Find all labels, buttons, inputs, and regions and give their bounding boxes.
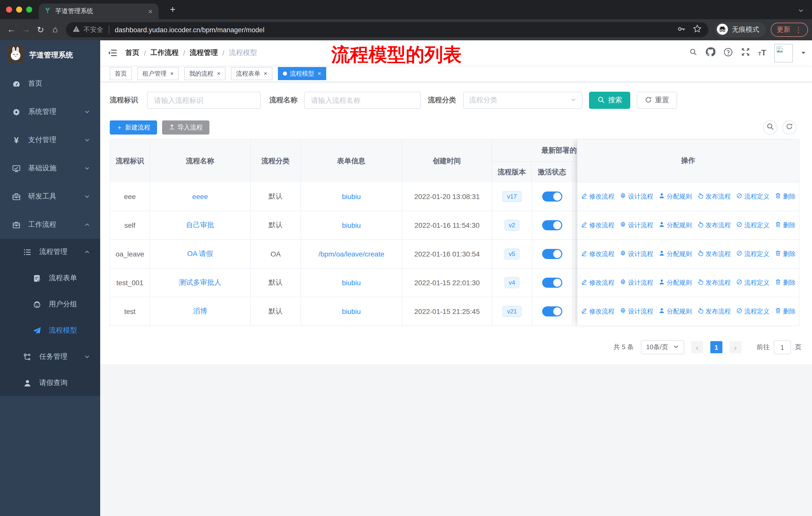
url-text[interactable]: dashboard.yudao.iocoder.cn/bpm/manager/m…	[115, 26, 677, 33]
close-window-button[interactable]	[6, 6, 12, 12]
modify-action[interactable]: 修改流程	[581, 250, 614, 258]
form-info-link[interactable]: biubiu	[342, 279, 361, 287]
tag-process-model[interactable]: 流程模型×	[278, 67, 326, 80]
filter-key-input[interactable]	[147, 92, 261, 109]
tag-home[interactable]: 首页	[110, 67, 132, 80]
sidebar-item-task-mgmt[interactable]: 任务管理	[0, 344, 100, 370]
caret-down-icon[interactable]	[801, 50, 806, 55]
assign-action[interactable]: 分配规则	[658, 221, 692, 229]
active-toggle[interactable]	[542, 220, 562, 230]
form-info-link[interactable]: biubiu	[342, 221, 361, 229]
filter-name-input[interactable]	[304, 92, 421, 109]
modify-action[interactable]: 修改流程	[581, 278, 614, 287]
definition-action[interactable]: 流程定义	[736, 278, 770, 287]
model-name-link[interactable]: eeee	[192, 192, 208, 200]
sidebar-item-devtools[interactable]: 研发工具	[0, 183, 100, 211]
close-tag-icon[interactable]: ×	[264, 70, 267, 77]
current-page[interactable]: 1	[710, 341, 722, 353]
page-size-select[interactable]: 10条/页	[641, 340, 684, 354]
sidebar-item-leave-query[interactable]: 请假查询	[0, 370, 100, 396]
key-icon[interactable]	[677, 24, 686, 35]
model-name-link[interactable]: 自己审批	[186, 221, 214, 230]
sidebar-item-process-form[interactable]: 流程表单	[0, 265, 100, 291]
avatar[interactable]	[774, 44, 793, 62]
design-action[interactable]: 设计流程	[619, 192, 653, 201]
refresh-table-button[interactable]	[782, 120, 796, 135]
browser-tab[interactable]: 芋道管理系统 ×	[39, 3, 158, 19]
minimize-window-button[interactable]	[16, 6, 22, 12]
sidebar-item-user-group[interactable]: 用户分组	[0, 291, 100, 318]
active-toggle[interactable]	[542, 249, 562, 259]
hamburger-icon[interactable]	[100, 48, 125, 58]
sidebar-item-process-mgmt[interactable]: 流程管理	[0, 239, 100, 265]
design-action[interactable]: 设计流程	[619, 278, 653, 287]
reset-button[interactable]: 重置	[637, 92, 677, 109]
publish-action[interactable]: 发布流程	[697, 192, 731, 201]
definition-action[interactable]: 流程定义	[736, 221, 770, 229]
import-process-button[interactable]: 导入流程	[162, 120, 209, 135]
search-button[interactable]: 搜索	[589, 92, 630, 109]
next-page-button[interactable]: ›	[729, 341, 742, 353]
form-info-link[interactable]: /bpm/oa/leave/create	[318, 250, 384, 258]
sidebar-item-workflow[interactable]: 工作流程	[0, 211, 100, 239]
assign-action[interactable]: 分配规则	[658, 192, 692, 201]
delete-action[interactable]: 删除	[775, 192, 795, 201]
delete-action[interactable]: 删除	[775, 250, 795, 258]
close-tag-icon[interactable]: ×	[318, 70, 321, 77]
tag-tenant[interactable]: 租户管理×	[138, 67, 179, 80]
close-tag-icon[interactable]: ×	[217, 70, 221, 77]
modify-action[interactable]: 修改流程	[581, 192, 614, 201]
sidebar-item-payment[interactable]: ¥支付管理	[0, 126, 100, 154]
tag-process-form[interactable]: 流程表单×	[231, 67, 272, 80]
help-icon[interactable]	[723, 47, 733, 59]
publish-action[interactable]: 发布流程	[697, 307, 731, 316]
sidebar-item-process-model[interactable]: 流程模型	[0, 318, 100, 344]
github-icon[interactable]	[705, 47, 715, 59]
design-action[interactable]: 设计流程	[619, 307, 653, 316]
tag-my-process[interactable]: 我的流程×	[184, 67, 226, 80]
definition-action[interactable]: 流程定义	[736, 192, 770, 201]
publish-action[interactable]: 发布流程	[697, 250, 731, 258]
delete-action[interactable]: 删除	[775, 221, 795, 229]
modify-action[interactable]: 修改流程	[581, 221, 614, 229]
assign-action[interactable]: 分配规则	[658, 307, 692, 316]
breadcrumb-process-mgmt[interactable]: 流程管理	[190, 48, 218, 57]
app-logo-row[interactable]: 芋道管理系统	[0, 40, 100, 70]
address-bar[interactable]: 不安全 dashboard.yudao.iocoder.cn/bpm/manag…	[66, 22, 708, 37]
delete-action[interactable]: 删除	[775, 278, 795, 287]
definition-action[interactable]: 流程定义	[736, 307, 770, 316]
sidebar-item-home[interactable]: 首页	[0, 70, 100, 98]
model-name-link[interactable]: 滔博	[193, 307, 207, 316]
design-action[interactable]: 设计流程	[619, 221, 653, 229]
breadcrumb-workflow[interactable]: 工作流程	[150, 48, 179, 57]
assign-action[interactable]: 分配规则	[658, 250, 692, 258]
assign-action[interactable]: 分配规则	[658, 278, 692, 287]
active-toggle[interactable]	[542, 278, 562, 288]
sidebar-item-system[interactable]: 系统管理	[0, 98, 100, 126]
font-size-icon[interactable]: TT	[758, 48, 766, 57]
show-search-button[interactable]	[763, 120, 777, 135]
browser-menu-icon[interactable]: ⋮	[795, 26, 802, 34]
prev-page-button[interactable]: ‹	[691, 341, 703, 353]
definition-action[interactable]: 流程定义	[736, 250, 770, 258]
close-tag-icon[interactable]: ×	[170, 70, 174, 77]
active-toggle[interactable]	[542, 306, 562, 317]
active-toggle[interactable]	[542, 191, 562, 201]
fullscreen-icon[interactable]	[741, 47, 750, 58]
zoom-window-button[interactable]	[26, 6, 32, 12]
publish-action[interactable]: 发布流程	[697, 221, 731, 229]
form-info-link[interactable]: biubiu	[342, 192, 361, 200]
model-name-link[interactable]: 测试多审批人	[179, 278, 221, 287]
forward-icon[interactable]: →	[19, 25, 33, 35]
browser-update-button[interactable]: 更新 ⋮	[771, 23, 808, 37]
goto-page-input[interactable]	[774, 340, 791, 354]
sidebar-item-infra[interactable]: 基础设施	[0, 154, 100, 183]
publish-action[interactable]: 发布流程	[697, 278, 731, 287]
delete-action[interactable]: 删除	[775, 307, 795, 316]
design-action[interactable]: 设计流程	[619, 250, 653, 258]
bookmark-star-icon[interactable]	[693, 24, 702, 35]
tab-search-chevron-icon[interactable]	[798, 6, 804, 16]
home-icon[interactable]: ⌂	[48, 25, 62, 35]
back-icon[interactable]: ←	[4, 25, 19, 35]
modify-action[interactable]: 修改流程	[581, 307, 614, 316]
